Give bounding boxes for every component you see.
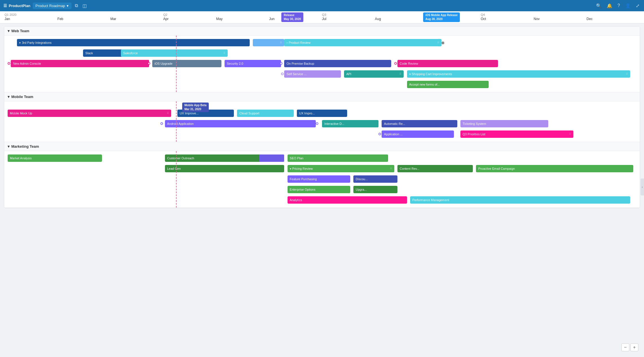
bar-3rd-party-integrations[interactable]: ▾ 3rd Party Integrations xyxy=(17,39,250,46)
bar-seo-plan[interactable]: SEO Plan xyxy=(288,154,388,162)
mobile-gantt-row-1: Mobile Mock Up ⠿ UX Improve... Cloud Sup… xyxy=(8,109,636,118)
milestone-ios-release: iOS Mobile App Release Aug 28, 2020 xyxy=(423,12,460,22)
bar-feature-purchasing[interactable]: Feature Purchasing xyxy=(288,175,351,183)
milestone-mobile-app-beta: Mobile App Beta Mar 31, 2020 xyxy=(182,103,209,112)
mobile-team-label: Mobile Team xyxy=(11,95,33,99)
bar-ios-upgrade[interactable]: iOS Upgrade xyxy=(152,60,221,67)
bar-salesforce[interactable]: Salesforce ⠿ xyxy=(121,49,228,57)
nav-right-icons: 🔍 🔔 ? 👤 ⤢ xyxy=(595,2,641,10)
roadmap-selector[interactable]: Product Roadmap ▾ xyxy=(33,3,72,9)
circle-marker-purple xyxy=(280,62,282,65)
mobile-gantt-row-3: Application ... Q3 Priorities List ⠿ xyxy=(8,130,636,139)
brand-logo: ☰ ProductPlan xyxy=(3,3,31,8)
mobile-team-body: Mobile App Beta Mar 31, 2020 Mobile Mock… xyxy=(4,101,640,142)
bar-shopping-cart[interactable]: ▾ Shopping Cart Improvements ⠿ xyxy=(407,70,630,78)
month-mar: Mar xyxy=(110,17,163,21)
bar-market-analysis[interactable]: Market Analysis xyxy=(8,154,102,162)
bar-new-admin-console[interactable]: New Admin Console xyxy=(11,60,149,67)
save-button[interactable]: ◫ xyxy=(81,2,88,10)
web-team-label: Web Team xyxy=(11,29,29,33)
chevron-icon: ▾ xyxy=(19,41,21,44)
bar-analytics[interactable]: Analytics xyxy=(288,196,407,204)
month-may: May xyxy=(216,17,269,21)
marketing-team-collapse-icon[interactable]: ▾ xyxy=(8,144,10,149)
bar-ticketing-system[interactable]: Ticketing System xyxy=(460,120,549,127)
marketing-team-section: ▾ Marketing Team Market Analysis Custome… xyxy=(4,142,640,208)
copy-button[interactable]: ⧉ xyxy=(74,2,79,9)
milestone-ios-date: Aug 28, 2020 xyxy=(425,17,458,21)
gantt-row-2: Slack Salesforce ⠿ xyxy=(8,49,636,58)
marketing-team-body: Market Analysis Customer Outreach ⠿ SEO … xyxy=(4,151,640,208)
grip-icon-mockup: ⠿ xyxy=(167,112,169,115)
mobile-team-header[interactable]: ▾ Mobile Team xyxy=(4,92,640,101)
bar-proactive-email[interactable]: Proactive Email Campaign xyxy=(476,165,633,172)
gantt-row: ▾ 3rd Party Integrations ⠿ › Product Rev… xyxy=(8,38,636,48)
grip-icon-pr: ⠿ xyxy=(390,167,392,170)
gantt-row-4: Self Service ... API ⠿ ▾ Shopping Cart I… xyxy=(8,69,636,79)
bar-performance-management[interactable]: Performance Management xyxy=(410,196,630,204)
chevron-right-icon: › xyxy=(286,41,288,44)
month-nov: Nov xyxy=(534,17,586,21)
expand-button[interactable]: ⤢ xyxy=(635,2,641,10)
mobile-team-collapse-icon[interactable]: ▾ xyxy=(8,95,10,99)
milestone-release: Release May 30, 2020 xyxy=(281,12,303,22)
bar-lead-gen[interactable]: Lead Gen xyxy=(165,165,284,172)
top-navigation: ☰ ProductPlan Product Roadmap ▾ ⧉ ◫ 🔍 🔔 … xyxy=(0,0,644,11)
bar-3rd-party-ext[interactable]: ⠿ xyxy=(253,39,284,46)
month-dec: Dec xyxy=(587,17,639,21)
bar-self-service[interactable]: Self Service ... xyxy=(284,70,341,78)
month-jul: Jul xyxy=(322,17,375,21)
search-button[interactable]: 🔍 xyxy=(595,2,603,10)
right-panel-handle[interactable]: ‹ xyxy=(641,178,644,195)
bar-on-premise-backup[interactable]: On Premise Backup xyxy=(284,60,391,67)
bar-pricing-review[interactable]: ▾ Pricing Review ⠿ xyxy=(288,165,394,172)
month-row: Jan Feb Mar Apr May Jun Jul Aug Sep Oct … xyxy=(5,17,639,23)
mobile-gantt-row-2: Android Application Interactive D... Aut… xyxy=(8,119,636,129)
milestone-dot xyxy=(441,42,444,44)
notifications-button[interactable]: 🔔 xyxy=(606,2,613,10)
web-team-collapse-icon[interactable]: ▾ xyxy=(8,29,10,33)
bar-mobile-mockup[interactable]: Mobile Mock Up ⠿ xyxy=(8,110,171,117)
bar-enterprise-options[interactable]: Enterprise Options xyxy=(288,186,351,193)
marketing-team-header[interactable]: ▾ Marketing Team xyxy=(4,142,640,151)
bar-security-20[interactable]: Security 2.0 xyxy=(225,60,281,67)
bar-interactive-de[interactable]: Interactive D... xyxy=(322,120,378,127)
menu-icon[interactable]: ☰ xyxy=(3,3,7,8)
bar-product-review[interactable]: › Product Review ⠿ xyxy=(284,39,441,46)
bar-code-review[interactable]: Code Review xyxy=(397,60,498,67)
grip-icon-q3: ⠿ xyxy=(569,133,571,136)
marketing-gantt-row-5: Analytics Performance Management xyxy=(8,195,636,205)
bar-upgra[interactable]: Upgra... xyxy=(353,186,397,193)
chevron-icon-shopping: ▾ xyxy=(409,73,411,76)
bar-api[interactable]: API ⠿ xyxy=(344,70,404,78)
bar-automatic-re[interactable]: Automatic Re... xyxy=(382,120,457,127)
circle-marker-left xyxy=(8,62,10,65)
bar-application[interactable]: Application ... xyxy=(382,130,454,138)
chevron-icon-pricing: ▾ xyxy=(290,167,291,170)
web-team-header[interactable]: ▾ Web Team xyxy=(4,27,640,36)
gantt-row-3: New Admin Console iOS Upgrade Security 2… xyxy=(8,59,636,69)
bar-content-rev[interactable]: Content Rev... xyxy=(397,165,473,172)
milestone-release-date: May 30, 2020 xyxy=(284,17,301,21)
circle-marker-right xyxy=(148,62,150,65)
grip-icon-api: ⠿ xyxy=(399,73,401,75)
bar-discou[interactable]: Discou... xyxy=(353,175,397,183)
marketing-gantt-row-1: Market Analysis Customer Outreach ⠿ SEO … xyxy=(8,154,636,163)
bar-customer-outreach-ext[interactable] xyxy=(259,154,284,162)
marketing-team-label: Marketing Team xyxy=(11,144,39,149)
circle-marker-android xyxy=(160,122,163,125)
bar-android-application[interactable]: Android Application xyxy=(165,120,316,127)
milestone-release-label: Release xyxy=(284,13,301,17)
bar-q3-priorities[interactable]: Q3 Priorities List ⠿ xyxy=(460,130,574,138)
main-content: ▾ Web Team ▾ 3rd Party Integrations ⠿ xyxy=(0,23,644,211)
bar-ux-improve2[interactable]: UX Impro... xyxy=(297,110,347,117)
circle-marker-android-right xyxy=(316,122,318,125)
grip-icon: ⠿ xyxy=(437,41,439,44)
bar-accept-new-forms[interactable]: Accept new forms of... xyxy=(407,81,489,88)
roadmap-name: Product Roadmap xyxy=(36,4,65,8)
user-button[interactable]: 👤 xyxy=(624,2,632,10)
help-button[interactable]: ? xyxy=(616,2,621,9)
circle-marker-application xyxy=(378,133,381,135)
bar-cloud-support[interactable]: Cloud Support xyxy=(237,110,293,117)
grip-icon-sc: ⠿ xyxy=(626,73,628,75)
